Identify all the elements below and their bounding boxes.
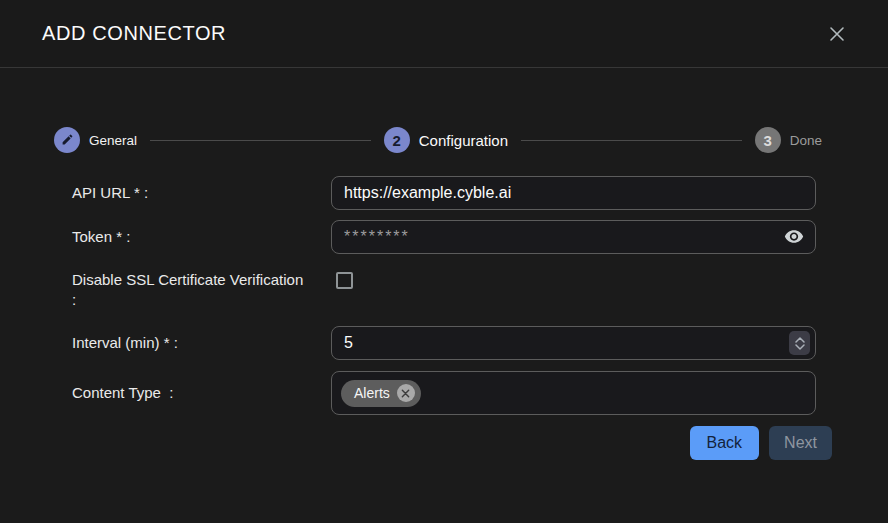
- token-label: Token * :: [72, 227, 331, 247]
- ssl-verification-row: Disable SSL Certificate Verification :: [72, 270, 816, 310]
- eye-icon: [784, 232, 804, 247]
- step-general[interactable]: General: [54, 127, 137, 153]
- close-icon: [827, 24, 847, 44]
- next-button[interactable]: Next: [769, 426, 832, 460]
- step-done-indicator: 3: [755, 127, 781, 153]
- chip-label: Alerts: [354, 385, 390, 401]
- pencil-icon: [61, 132, 74, 149]
- step-done-label: Done: [790, 133, 822, 148]
- chevron-up-icon[interactable]: [795, 337, 805, 343]
- page-title: ADD CONNECTOR: [42, 22, 226, 45]
- back-button[interactable]: Back: [690, 426, 760, 460]
- configuration-form: API URL * : Token * : Disable SSL Certi: [72, 176, 816, 415]
- step-done[interactable]: 3 Done: [755, 127, 822, 153]
- content-type-label: Content Type :: [72, 383, 331, 403]
- ssl-verification-checkbox[interactable]: [336, 272, 353, 289]
- close-icon: [401, 389, 410, 398]
- add-connector-dialog: ADD CONNECTOR General 2 Confi: [0, 0, 888, 523]
- content-type-chip: Alerts: [341, 380, 421, 407]
- interval-label: Interval (min) * :: [72, 333, 331, 353]
- content-type-input[interactable]: Alerts: [331, 371, 816, 415]
- api-url-label: API URL * :: [72, 183, 331, 203]
- interval-row: Interval (min) * :: [72, 326, 816, 360]
- step-configuration[interactable]: 2 Configuration: [384, 127, 508, 153]
- token-input[interactable]: [331, 220, 816, 254]
- step-general-indicator: [54, 127, 80, 153]
- stepper-connector: [521, 140, 742, 141]
- interval-input[interactable]: [331, 326, 816, 360]
- close-button[interactable]: [824, 21, 850, 47]
- step-configuration-label: Configuration: [419, 132, 508, 149]
- dialog-footer: Back Next: [0, 426, 832, 460]
- ssl-verification-label: Disable SSL Certificate Verification :: [72, 270, 331, 310]
- api-url-row: API URL * :: [72, 176, 816, 210]
- wizard-stepper: General 2 Configuration 3 Done: [54, 127, 822, 153]
- interval-stepper[interactable]: [789, 331, 810, 355]
- step-configuration-indicator: 2: [384, 127, 410, 153]
- step-general-label: General: [89, 133, 137, 148]
- api-url-input[interactable]: [331, 176, 816, 210]
- remove-tag-button[interactable]: [397, 384, 415, 402]
- toggle-token-visibility-button[interactable]: [782, 228, 806, 246]
- dialog-header: ADD CONNECTOR: [0, 0, 888, 68]
- content-type-row: Content Type : Alerts: [72, 371, 816, 415]
- token-row: Token * :: [72, 220, 816, 254]
- stepper-connector: [150, 140, 371, 141]
- chevron-down-icon[interactable]: [795, 344, 805, 350]
